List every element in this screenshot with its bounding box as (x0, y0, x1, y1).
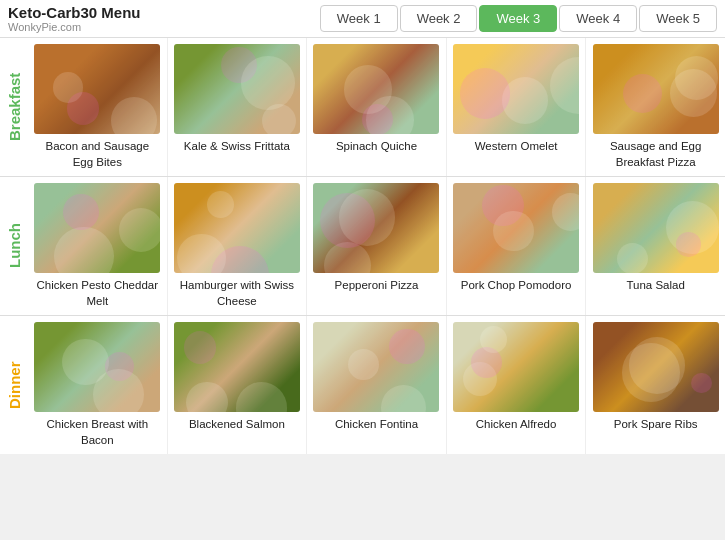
meal-label-lunch-1: Hamburger with Swiss Cheese (174, 278, 300, 309)
meal-image-lunch-4 (593, 183, 719, 273)
meal-item-dinner-1[interactable]: Blackened Salmon (168, 316, 308, 454)
meal-image-dinner-1 (174, 322, 300, 412)
meal-image-dinner-4 (593, 322, 719, 412)
week-tabs: Week 1Week 2Week 3Week 4Week 5 (320, 5, 717, 32)
meal-item-breakfast-3[interactable]: Western Omelet (447, 38, 587, 176)
meal-item-breakfast-2[interactable]: Spinach Quiche (307, 38, 447, 176)
meal-label-breakfast-2: Spinach Quiche (336, 139, 417, 155)
header-title-block: Keto-Carb30 Menu WonkyPie.com (8, 4, 141, 33)
section-label-lunch: Lunch (0, 177, 28, 315)
meal-item-lunch-2[interactable]: Pepperoni Pizza (307, 177, 447, 315)
meal-item-lunch-3[interactable]: Pork Chop Pomodoro (447, 177, 587, 315)
meal-items-breakfast: Bacon and Sausage Egg BitesKale & Swiss … (28, 38, 725, 176)
meal-item-breakfast-4[interactable]: Sausage and Egg Breakfast Pizza (586, 38, 725, 176)
meal-item-lunch-0[interactable]: Chicken Pesto Cheddar Melt (28, 177, 168, 315)
meal-item-dinner-3[interactable]: Chicken Alfredo (447, 316, 587, 454)
meal-sections: BreakfastBacon and Sausage Egg BitesKale… (0, 38, 725, 454)
meal-label-dinner-0: Chicken Breast with Bacon (34, 417, 160, 448)
meal-label-dinner-4: Pork Spare Ribs (614, 417, 698, 433)
meal-item-breakfast-1[interactable]: Kale & Swiss Frittata (168, 38, 308, 176)
section-label-dinner: Dinner (0, 316, 28, 454)
meal-image-lunch-2 (313, 183, 439, 273)
meal-image-breakfast-4 (593, 44, 719, 134)
meal-image-breakfast-2 (313, 44, 439, 134)
section-label-breakfast: Breakfast (0, 38, 28, 176)
section-dinner: DinnerChicken Breast with BaconBlackened… (0, 316, 725, 454)
meal-item-lunch-1[interactable]: Hamburger with Swiss Cheese (168, 177, 308, 315)
meal-item-lunch-4[interactable]: Tuna Salad (586, 177, 725, 315)
meal-image-dinner-3 (453, 322, 579, 412)
meal-label-lunch-4: Tuna Salad (626, 278, 684, 294)
meal-label-breakfast-4: Sausage and Egg Breakfast Pizza (593, 139, 719, 170)
meal-label-dinner-2: Chicken Fontina (335, 417, 418, 433)
meal-image-dinner-0 (34, 322, 160, 412)
app-subtitle: WonkyPie.com (8, 21, 141, 33)
week-tab-1[interactable]: Week 1 (320, 5, 398, 32)
meal-items-lunch: Chicken Pesto Cheddar MeltHamburger with… (28, 177, 725, 315)
meal-item-breakfast-0[interactable]: Bacon and Sausage Egg Bites (28, 38, 168, 176)
meal-item-dinner-4[interactable]: Pork Spare Ribs (586, 316, 725, 454)
meal-label-dinner-1: Blackened Salmon (189, 417, 285, 433)
week-tab-4[interactable]: Week 4 (559, 5, 637, 32)
week-tab-3[interactable]: Week 3 (479, 5, 557, 32)
app-container: Keto-Carb30 Menu WonkyPie.com Week 1Week… (0, 0, 725, 454)
meal-image-dinner-2 (313, 322, 439, 412)
header: Keto-Carb30 Menu WonkyPie.com Week 1Week… (0, 0, 725, 38)
meal-label-dinner-3: Chicken Alfredo (476, 417, 557, 433)
meal-item-dinner-0[interactable]: Chicken Breast with Bacon (28, 316, 168, 454)
meal-image-breakfast-3 (453, 44, 579, 134)
meal-label-breakfast-3: Western Omelet (475, 139, 558, 155)
section-breakfast: BreakfastBacon and Sausage Egg BitesKale… (0, 38, 725, 177)
meal-label-lunch-3: Pork Chop Pomodoro (461, 278, 572, 294)
meal-label-breakfast-0: Bacon and Sausage Egg Bites (34, 139, 160, 170)
meal-label-breakfast-1: Kale & Swiss Frittata (184, 139, 290, 155)
meal-image-lunch-0 (34, 183, 160, 273)
meal-item-dinner-2[interactable]: Chicken Fontina (307, 316, 447, 454)
meal-image-breakfast-0 (34, 44, 160, 134)
meal-label-lunch-2: Pepperoni Pizza (335, 278, 419, 294)
meal-items-dinner: Chicken Breast with BaconBlackened Salmo… (28, 316, 725, 454)
meal-label-lunch-0: Chicken Pesto Cheddar Melt (34, 278, 160, 309)
week-tab-5[interactable]: Week 5 (639, 5, 717, 32)
app-title: Keto-Carb30 Menu (8, 4, 141, 21)
meal-image-lunch-3 (453, 183, 579, 273)
week-tab-2[interactable]: Week 2 (400, 5, 478, 32)
section-lunch: LunchChicken Pesto Cheddar MeltHamburger… (0, 177, 725, 316)
meal-image-breakfast-1 (174, 44, 300, 134)
meal-image-lunch-1 (174, 183, 300, 273)
